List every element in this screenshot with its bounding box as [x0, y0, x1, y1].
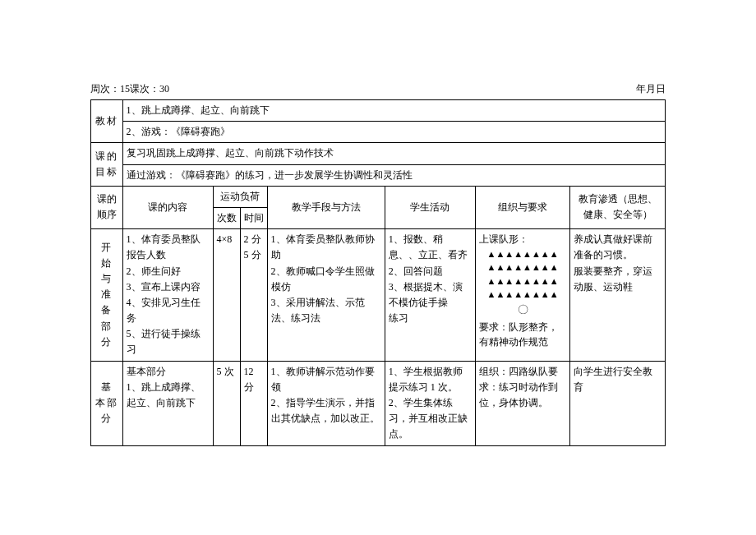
mubiao-line1: 复习巩固跳上成蹲撑、起立、向前跳下动作技术: [122, 143, 665, 164]
col-org: 组织与要求: [475, 186, 570, 228]
formation-row-4: ▲▲▲▲▲▲▲▲: [479, 288, 567, 300]
part1-label: 开 始 与 准 备 部 分: [91, 229, 123, 362]
part1-edu: 养成认真做好课前准备的习惯。 服装要整齐，穿运动服、运动鞋: [570, 229, 666, 362]
part2-method: 1、教师讲解示范动作要领 2、指导学生演示，并指出其优缺点，加以改正。: [267, 361, 385, 445]
jiaocai-line1: 1、跳上成蹲撑、起立、向前跳下: [122, 100, 665, 122]
part1-student: 1、报数、稍息、、立正、看齐 2、回答问题 3、根据提木、演不模仿徒手操 练习: [385, 229, 475, 362]
part1-time: 2 分 5 分: [240, 229, 267, 362]
formation-teacher: 〇: [479, 302, 567, 318]
part1-count: 4×8: [213, 229, 240, 362]
formation-row-2: ▲▲▲▲▲▲▲▲: [479, 261, 567, 273]
part1-method: 1、体育委员整队教师协助 2、教师喊口令学生照做模仿 3、采用讲解法、示范法、练…: [267, 229, 385, 362]
col-load: 运动负荷: [213, 186, 267, 207]
col-method: 教学手段与方法: [267, 186, 385, 228]
header-left: 周次：15课次：30: [90, 82, 169, 96]
jiaocai-label: 教材: [91, 100, 123, 143]
part2-label: 基 本部分: [91, 361, 123, 445]
col-load-count: 次数: [213, 207, 240, 228]
mubiao-label: 课的目标: [91, 143, 123, 186]
formation-row-3: ▲▲▲▲▲▲▲▲: [479, 275, 567, 287]
col-content: 课的内容: [122, 186, 213, 228]
part1-content: 1、体育委员整队报告人数 2、师生问好 3、宣布上课内容 4、安排见习生任务 5…: [122, 229, 213, 362]
org-intro: 上课队形：: [479, 232, 567, 247]
part2-time: 12 分: [240, 361, 267, 445]
part2-content: 基本部分 1、跳上成蹲撑、起立、向前跳下: [122, 361, 213, 445]
formation-row-1: ▲▲▲▲▲▲▲▲: [479, 248, 567, 260]
org-req: 要求：队形整齐，有精神动作规范: [479, 320, 567, 349]
col-student: 学生活动: [385, 186, 475, 228]
part2-edu: 向学生进行安全教育: [570, 361, 666, 445]
part2-org: 组织：四路纵队要求：练习时动作到位，身体协调。: [475, 361, 570, 445]
col-order: 课的顺序: [91, 186, 123, 228]
col-load-time: 时间: [240, 207, 267, 228]
lesson-plan-table: 教材 1、跳上成蹲撑、起立、向前跳下 2、游戏：《障碍赛跑》 课的目标 复习巩固…: [90, 99, 666, 446]
mubiao-line2: 通过游戏：《障碍赛跑》的练习，进一步发展学生协调性和灵活性: [122, 164, 665, 186]
header-right: 年月日: [636, 82, 666, 96]
part2-student: 1、学生根据教师提示练习 1 次。 2、学生集体练习，并互相改正缺点。: [385, 361, 475, 445]
part2-count: 5 次: [213, 361, 240, 445]
jiaocai-line2: 2、游戏：《障碍赛跑》: [122, 122, 665, 143]
part1-org: 上课队形： ▲▲▲▲▲▲▲▲ ▲▲▲▲▲▲▲▲ ▲▲▲▲▲▲▲▲ ▲▲▲▲▲▲▲…: [475, 229, 570, 362]
col-edu: 教育渗透（思想、健康、安全等）: [570, 186, 666, 228]
